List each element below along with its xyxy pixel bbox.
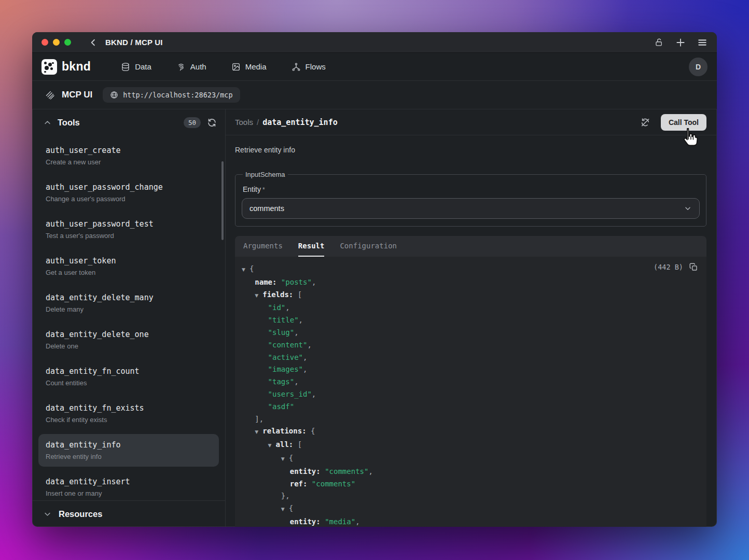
nav-item-data[interactable]: Data <box>121 62 151 72</box>
collapse-arrow-icon[interactable]: ▼ <box>281 503 289 516</box>
tool-name: data_entity_delete_many <box>46 292 212 303</box>
tool-name: data_entity_fn_exists <box>46 402 212 414</box>
tab-arguments[interactable]: Arguments <box>243 236 283 257</box>
tool-description: Get a user token <box>46 268 212 277</box>
sidebar-item-data_entity_delete_many[interactable]: data_entity_delete_manyDelete many <box>38 287 219 319</box>
avatar[interactable]: D <box>689 58 708 76</box>
tool-name: auth_user_create <box>46 145 212 156</box>
media-icon <box>231 62 241 72</box>
brand-name: bknd <box>62 60 91 74</box>
json-line: entity: "comments", <box>242 466 698 478</box>
nav-item-media[interactable]: Media <box>231 62 267 72</box>
json-line: ref: "comments" <box>242 478 698 491</box>
minimize-window-button[interactable] <box>53 39 60 46</box>
collapse-arrow-icon[interactable]: ▼ <box>268 440 276 452</box>
title-bar: BKND / MCP UI <box>32 32 717 53</box>
globe-icon <box>110 91 118 99</box>
json-line: "id", <box>242 302 698 314</box>
entity-field-label: Entity* <box>243 185 700 193</box>
collapse-arrow-icon[interactable]: ▼ <box>242 264 249 276</box>
json-line: "title", <box>242 314 698 327</box>
sidebar-item-auth_user_password_change[interactable]: auth_user_password_changeChange a user's… <box>38 176 219 209</box>
entity-select[interactable]: comments <box>242 198 700 219</box>
collapse-arrow-icon[interactable]: ▼ <box>255 426 262 439</box>
close-window-button[interactable] <box>41 39 48 46</box>
tool-name: data_entity_insert <box>46 476 212 487</box>
sidebar-item-data_entity_fn_count[interactable]: data_entity_fn_countCount entities <box>38 360 219 393</box>
plus-icon[interactable] <box>675 37 686 48</box>
tool-description: Create a new user <box>46 158 212 167</box>
nav-items: DataAuthMediaFlows <box>121 62 326 72</box>
nav-item-auth[interactable]: Auth <box>176 62 206 72</box>
json-result-viewer[interactable]: ▼{name: "posts",▼fields: ["id","title","… <box>242 263 698 527</box>
json-line: name: "posts", <box>242 276 698 289</box>
endpoint-url: http://localhost:28623/mcp <box>123 91 232 99</box>
window-title: BKND / MCP UI <box>105 38 163 47</box>
json-line: "slug", <box>242 327 698 339</box>
refresh-off-icon[interactable] <box>640 117 650 128</box>
tab-result[interactable]: Result <box>298 236 325 257</box>
main-panel: Tools / data_entity_info Call Tool Retri… <box>226 109 717 527</box>
page-title: MCP UI <box>62 90 92 100</box>
tools-section-header[interactable]: Tools 50 <box>32 109 225 135</box>
sidebar-scrollbar[interactable] <box>221 161 224 240</box>
sidebar-item-data_entity_insert[interactable]: data_entity_insertInsert one or many <box>38 471 219 500</box>
collapse-arrow-icon[interactable]: ▼ <box>281 453 289 466</box>
breadcrumb-current: data_entity_info <box>262 118 338 127</box>
breadcrumb-parent[interactable]: Tools <box>235 118 253 127</box>
sidebar-item-data_entity_fn_exists[interactable]: data_entity_fn_existsCheck if entity exi… <box>38 397 219 430</box>
sidebar-item-auth_user_create[interactable]: auth_user_createCreate a new user <box>38 139 219 172</box>
json-line: ▼{ <box>242 263 698 276</box>
tool-name: data_entity_delete_one <box>46 329 212 340</box>
json-line: "content", <box>242 339 698 352</box>
chevron-up-icon <box>44 119 51 127</box>
json-line: }, <box>242 490 698 502</box>
sidebar-item-data_entity_info[interactable]: data_entity_infoRetrieve entity info <box>38 434 219 467</box>
mcp-icon <box>45 90 56 101</box>
sidebar-item-auth_user_token[interactable]: auth_user_tokenGet a user token <box>38 250 219 283</box>
tool-name: data_entity_info <box>46 439 212 451</box>
tool-description: Retrieve entity info <box>235 146 706 155</box>
maximize-window-button[interactable] <box>64 39 71 46</box>
flows-icon <box>292 62 301 72</box>
tool-detail-header: Tools / data_entity_info Call Tool <box>226 109 717 135</box>
sidebar: Tools 50 auth_user_createCreate a new us… <box>32 109 226 527</box>
breadcrumb-separator: / <box>257 118 259 127</box>
bknd-logo-icon <box>41 59 57 75</box>
lock-icon[interactable] <box>654 37 664 47</box>
json-line: ▼all: [ <box>242 439 698 452</box>
traffic-lights <box>41 39 71 46</box>
sidebar-item-auth_user_password_test[interactable]: auth_user_password_testTest a user's pas… <box>38 213 219 246</box>
json-line: "active", <box>242 352 698 364</box>
menu-icon[interactable] <box>697 37 708 48</box>
json-line: "images", <box>242 363 698 376</box>
collapse-arrow-icon[interactable]: ▼ <box>255 290 262 302</box>
chevron-down-icon <box>44 510 51 518</box>
back-icon[interactable] <box>89 38 98 47</box>
json-line: entity: "media", <box>242 516 698 527</box>
call-tool-button[interactable]: Call Tool <box>661 114 706 131</box>
tool-name: auth_user_password_change <box>46 181 212 193</box>
brand-logo-group[interactable]: bknd <box>41 59 91 75</box>
app-window: BKND / MCP UI bknd Data <box>32 32 717 527</box>
tool-description: Change a user's password <box>46 194 212 204</box>
nav-item-label: Auth <box>190 62 206 71</box>
tool-detail-content: Retrieve entity info InputSchema Entity*… <box>226 135 717 527</box>
json-line: ▼relations: { <box>242 425 698 439</box>
json-line: "tags", <box>242 376 698 388</box>
nav-item-flows[interactable]: Flows <box>292 62 326 72</box>
refresh-icon[interactable] <box>207 118 217 128</box>
tool-description: Delete many <box>46 305 212 314</box>
resources-section-header[interactable]: Resources <box>32 500 225 527</box>
copy-icon[interactable] <box>689 262 698 272</box>
result-tabs: ArgumentsResultConfiguration <box>235 236 706 257</box>
tool-name: auth_user_password_test <box>46 218 212 230</box>
database-icon <box>121 62 130 72</box>
endpoint-url-pill[interactable]: http://localhost:28623/mcp <box>103 87 240 103</box>
select-chevron-icon <box>684 204 692 213</box>
input-schema-fieldset: InputSchema Entity* comments <box>235 171 706 227</box>
app-navbar: bknd DataAuthMediaFlows D <box>32 53 717 81</box>
sidebar-item-data_entity_delete_one[interactable]: data_entity_delete_oneDelete one <box>38 324 219 356</box>
tab-configuration[interactable]: Configuration <box>340 236 397 257</box>
tools-count-badge: 50 <box>184 117 201 128</box>
